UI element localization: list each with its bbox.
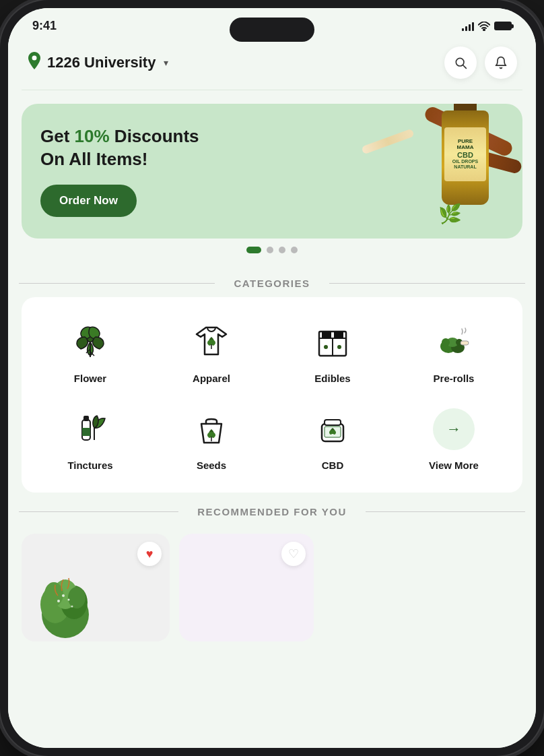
seeds-label: Seeds <box>197 460 226 471</box>
svg-rect-23 <box>82 428 90 436</box>
svg-rect-11 <box>322 332 331 338</box>
header: 1226 University ▾ <box>8 38 536 90</box>
tinctures-label: Tinctures <box>67 460 112 471</box>
banner-text-area: Get 10% DiscountsOn All Items! Order Now <box>40 125 504 217</box>
edibles-icon <box>309 319 356 366</box>
search-icon <box>454 56 467 69</box>
prerolls-icon <box>430 319 477 366</box>
svg-point-0 <box>483 29 485 30</box>
svg-point-13 <box>324 345 328 349</box>
recommended-title: RECOMMENDED FOR YOU <box>8 506 536 517</box>
status-time: 9:41 <box>32 19 57 33</box>
signal-bar-3 <box>469 24 471 31</box>
category-item-edibles[interactable]: Edibles <box>275 311 390 392</box>
svg-rect-12 <box>334 332 343 338</box>
dot-2 <box>267 247 273 253</box>
search-button[interactable] <box>444 46 477 79</box>
apparel-icon <box>188 319 235 366</box>
svg-point-37 <box>57 600 60 602</box>
category-item-flower[interactable]: Flower <box>32 311 148 392</box>
promo-banner: Get 10% DiscountsOn All Items! Order Now <box>22 104 522 239</box>
category-item-prerolls[interactable]: Pre-rolls <box>396 311 512 392</box>
dropdown-arrow-icon[interactable]: ▾ <box>164 57 168 68</box>
svg-point-18 <box>442 338 450 346</box>
wifi-icon <box>478 22 490 31</box>
svg-point-14 <box>337 345 341 349</box>
svg-point-1 <box>32 56 37 61</box>
svg-point-35 <box>62 594 65 597</box>
favorite-button-2[interactable]: ♡ <box>281 542 306 566</box>
view-more-circle: → <box>433 408 475 450</box>
categories-card: Flower <box>22 297 522 493</box>
svg-rect-20 <box>461 341 469 345</box>
phone-shell: 9:41 <box>0 0 544 756</box>
seeds-icon <box>188 406 235 453</box>
bell-icon <box>494 56 508 69</box>
signal-bar-4 <box>472 22 474 31</box>
edibles-label: Edibles <box>314 373 350 384</box>
banner-section: Get 10% DiscountsOn All Items! Order Now <box>8 90 536 264</box>
product-image-1 <box>28 554 102 641</box>
location-pin-icon <box>27 52 42 73</box>
flower-label: Flower <box>74 373 106 384</box>
prerolls-label: Pre-rolls <box>434 373 475 384</box>
categories-grid: Flower <box>32 311 512 479</box>
status-icons <box>462 22 512 31</box>
banner-pagination-dots <box>22 247 522 253</box>
dynamic-island <box>230 18 314 42</box>
svg-line-3 <box>463 65 467 69</box>
status-bar: 9:41 <box>8 8 536 38</box>
dot-3 <box>279 247 285 253</box>
dot-4 <box>291 247 298 253</box>
category-item-apparel[interactable]: Apparel <box>154 311 269 392</box>
cbd-icon <box>309 406 356 453</box>
categories-section: CATEGORIES <box>8 278 536 493</box>
category-item-viewmore[interactable]: → View More <box>396 398 512 479</box>
svg-point-33 <box>44 582 63 606</box>
view-more-icon: → <box>430 406 477 453</box>
location-text: 1226 University <box>47 54 156 71</box>
svg-point-34 <box>68 587 86 608</box>
notification-button[interactable] <box>485 46 517 79</box>
category-item-seeds[interactable]: Seeds <box>154 398 269 479</box>
flower-icon <box>67 319 114 366</box>
header-actions <box>444 46 517 79</box>
phone-screen: 9:41 <box>8 8 536 748</box>
product-card-1[interactable]: ♥ <box>22 534 170 641</box>
heart-empty-icon: ♡ <box>288 546 299 561</box>
battery-icon <box>494 22 512 30</box>
viewmore-label: View More <box>429 460 479 471</box>
app-content[interactable]: 1226 University ▾ <box>8 38 536 748</box>
product-cards-row: ♥ <box>8 526 536 655</box>
svg-rect-22 <box>83 416 89 421</box>
order-now-button[interactable]: Order Now <box>40 185 137 217</box>
signal-bar-1 <box>462 28 464 31</box>
banner-highlight: 10% <box>75 126 110 146</box>
tinctures-icon <box>67 406 114 453</box>
product-card-2[interactable]: ♡ <box>179 534 314 641</box>
banner-line1: Get <box>40 126 75 146</box>
favorite-button-1[interactable]: ♥ <box>137 542 162 566</box>
signal-bar-2 <box>465 26 467 31</box>
arrow-right-icon: → <box>446 420 461 438</box>
categories-title: CATEGORIES <box>8 278 536 289</box>
apparel-label: Apparel <box>193 373 230 384</box>
dot-1 <box>246 247 261 253</box>
recommended-section: RECOMMENDED FOR YOU ♥ <box>8 506 536 655</box>
signal-bars-icon <box>462 22 474 31</box>
svg-rect-27 <box>325 420 341 425</box>
location-area[interactable]: 1226 University ▾ <box>27 52 168 73</box>
banner-title: Get 10% DiscountsOn All Items! <box>40 125 504 171</box>
category-item-cbd[interactable]: CBD <box>275 398 390 479</box>
svg-point-38 <box>71 606 73 608</box>
svg-point-36 <box>68 599 70 601</box>
heart-filled-icon: ♥ <box>146 547 154 561</box>
category-item-tinctures[interactable]: Tinctures <box>32 398 148 479</box>
cbd-label: CBD <box>322 460 344 471</box>
